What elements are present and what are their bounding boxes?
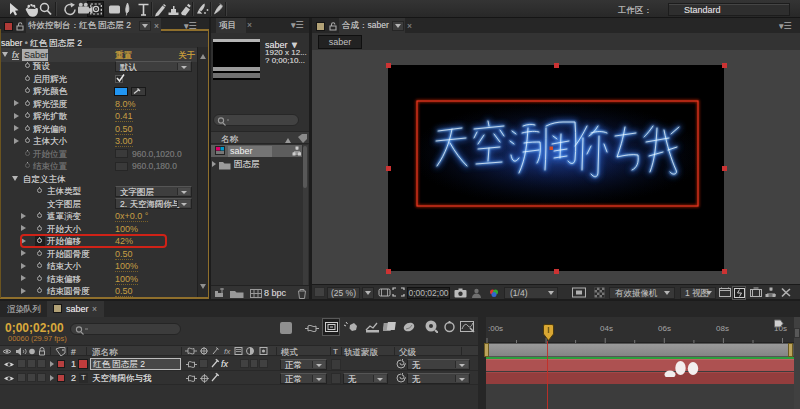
svg-text:06s: 06s bbox=[658, 324, 671, 333]
svg-text:04s: 04s bbox=[600, 324, 613, 333]
svg-text::00s: :00s bbox=[488, 324, 503, 333]
svg-text:fx: fx bbox=[224, 347, 231, 356]
svg-text:08s: 08s bbox=[716, 324, 729, 333]
